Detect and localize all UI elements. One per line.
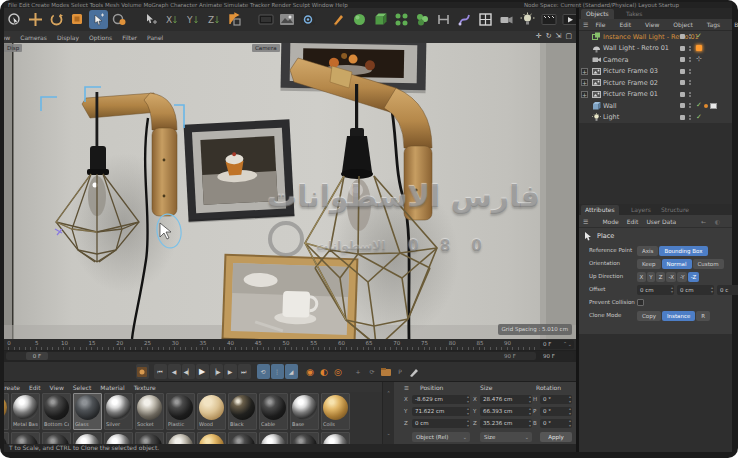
up-direction-option[interactable]: X xyxy=(637,272,646,282)
up-direction-option[interactable]: -X xyxy=(666,272,676,282)
move-tool[interactable] xyxy=(26,10,45,29)
enabled-check-tag[interactable]: ✓ xyxy=(696,33,702,40)
visibility-dots[interactable] xyxy=(689,91,692,98)
end-frame-field[interactable]: 90 F xyxy=(540,352,574,361)
objects-menu-bookmarks[interactable]: Bookmarks xyxy=(734,21,738,28)
sound-toggle-button[interactable]: ◢ xyxy=(285,364,298,379)
up-direction-option[interactable]: Z xyxy=(656,272,665,282)
viewport-maximize-icon[interactable]: ▢ xyxy=(565,32,572,40)
lock-y-axis-button[interactable]: Y xyxy=(183,10,202,29)
render-view-button[interactable] xyxy=(256,10,275,29)
objects-menu-tags[interactable]: Tags xyxy=(707,21,720,28)
material-tile[interactable] xyxy=(290,432,319,444)
material-tile[interactable] xyxy=(4,432,9,444)
attributes-menu-icon[interactable]: ☰ xyxy=(583,218,588,225)
material-tile[interactable]: Silver xyxy=(104,393,133,430)
object-name[interactable]: Wall Light - Retro 01 xyxy=(603,44,732,52)
visibility-dots[interactable] xyxy=(689,79,692,86)
viewport-menu-view[interactable]: View xyxy=(4,34,10,41)
orientation-option[interactable]: Keep xyxy=(637,259,661,269)
camera-tag[interactable]: ⊹ xyxy=(696,56,702,63)
object-row[interactable]: Light✓ xyxy=(579,112,732,124)
enable-checkbox[interactable] xyxy=(680,46,685,51)
viewport-menu-display[interactable]: Display xyxy=(57,34,79,41)
visibility-dots[interactable] xyxy=(689,68,692,75)
object-row[interactable]: +Picture Frame 03 xyxy=(579,66,732,78)
goto-next-key-button[interactable]: ▶ xyxy=(224,364,237,379)
material-tile[interactable]: Coils xyxy=(321,393,350,430)
material-tile[interactable] xyxy=(321,432,350,444)
visibility-dots[interactable] xyxy=(689,56,692,63)
material-tile[interactable]: Bottom Ca xyxy=(42,393,71,430)
prevent-collision-checkbox[interactable] xyxy=(637,299,644,306)
rotation-p-field[interactable]: 0 °▴▾ xyxy=(540,407,572,416)
material-tile[interactable]: Black xyxy=(228,393,257,430)
tab-structure[interactable]: Structure xyxy=(657,205,693,215)
back-arrow-icon[interactable]: ← xyxy=(701,218,706,225)
object-name[interactable]: Picture Frame 01 xyxy=(603,90,732,98)
current-frame-field[interactable]: 0 F⌃⌄ xyxy=(540,340,574,349)
phong-tag[interactable] xyxy=(704,104,708,108)
timeline-ruler[interactable]: 051015202530354045505560657075808590 0 F… xyxy=(4,339,576,351)
up-direction-option[interactable]: Y xyxy=(647,272,655,282)
visibility-dots[interactable] xyxy=(689,102,692,109)
keyframe-selection-button[interactable]: ⋮ xyxy=(271,364,284,379)
mograph-window-menu[interactable] xyxy=(476,10,495,29)
expand-icon[interactable]: + xyxy=(581,79,588,86)
goto-prev-frame-button[interactable]: ◀▏ xyxy=(182,364,195,379)
enable-checkbox[interactable] xyxy=(680,115,685,120)
material-tile[interactable]: Cable xyxy=(259,393,288,430)
object-row[interactable]: Camera⊹ xyxy=(579,54,732,66)
menu-user-data[interactable]: User Data xyxy=(646,218,676,225)
p-button[interactable]: P xyxy=(394,364,407,379)
active-move-axes-tool[interactable] xyxy=(89,10,108,29)
material-tile[interactable]: Wood xyxy=(197,393,226,430)
material-tile[interactable]: Coils xyxy=(4,393,9,430)
lock-x-axis-button[interactable]: X xyxy=(162,10,181,29)
object-row[interactable]: Instance Wall Light - Retro 01✓ xyxy=(579,31,732,43)
add-key-button[interactable]: + xyxy=(352,364,365,379)
viewport-menu-options[interactable]: Options xyxy=(89,34,112,41)
material-tile[interactable] xyxy=(259,432,288,444)
reference-point-option[interactable]: Axis xyxy=(637,246,658,256)
material-scrollbar[interactable]: ⌃⌄ xyxy=(382,382,394,444)
object-row[interactable]: Wall✓ xyxy=(579,100,732,112)
render-settings-button[interactable] xyxy=(298,10,317,29)
light-object-menu[interactable] xyxy=(518,10,537,29)
material-menu-select[interactable]: Select xyxy=(73,384,92,391)
enable-checkbox[interactable] xyxy=(680,34,685,39)
material-tile[interactable] xyxy=(104,432,133,444)
object-name[interactable]: Picture Frame 03 xyxy=(603,67,732,75)
folder-button[interactable] xyxy=(380,364,393,379)
scale-tool[interactable] xyxy=(68,10,87,29)
rotate-key-button[interactable]: ⟳ xyxy=(366,364,379,379)
material-tile[interactable]: Plastic xyxy=(166,393,195,430)
enable-checkbox[interactable] xyxy=(680,92,685,97)
clone-mode-option[interactable]: R xyxy=(696,311,710,321)
goto-next-frame-button[interactable]: ▕▶ xyxy=(210,364,223,379)
live-selection-tool[interactable] xyxy=(5,10,24,29)
visibility-dots[interactable] xyxy=(689,45,692,52)
object-row[interactable]: +Picture Frame 02 xyxy=(579,77,732,89)
reference-point-option[interactable]: Bounding Box xyxy=(659,246,707,256)
position-z-field[interactable]: 0 cm▴▾ xyxy=(412,419,470,428)
material-menu-view[interactable]: View xyxy=(50,384,64,391)
preview-range-bar[interactable] xyxy=(6,352,536,360)
playback-loop-button[interactable]: ⟲ xyxy=(257,364,270,379)
objects-menu-view[interactable]: View xyxy=(645,21,659,28)
position-x-field[interactable]: -8.629 cm▴▾ xyxy=(412,395,470,404)
size-y-field[interactable]: 66.393 cm▴▾ xyxy=(480,407,532,416)
enabled-check-tag[interactable]: ✓ xyxy=(696,102,702,109)
render-active-view-button[interactable] xyxy=(539,10,558,29)
material-tile[interactable] xyxy=(197,432,226,444)
material-tile[interactable] xyxy=(42,432,71,444)
viewport-menu-panel[interactable]: Panel xyxy=(147,34,163,41)
goto-start-button[interactable]: ⏮ xyxy=(154,364,167,379)
material-tile[interactable]: Metal Base xyxy=(11,393,40,430)
lock-z-axis-button[interactable]: Z xyxy=(204,10,223,29)
viewport-zoom-icon[interactable]: ⇲ xyxy=(556,32,562,40)
size-z-field[interactable]: 35.236 cm▴▾ xyxy=(480,419,532,428)
size-mode-dropdown[interactable]: Size⌄ xyxy=(480,432,532,442)
material-tile[interactable] xyxy=(73,432,102,444)
tab-attributes[interactable]: Attributes xyxy=(581,205,619,215)
